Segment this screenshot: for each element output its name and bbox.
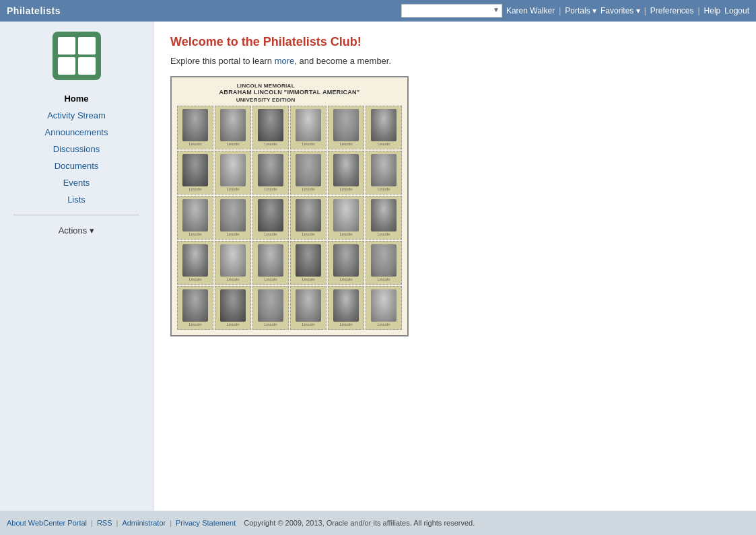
stamp-cell: Lincoln xyxy=(366,196,402,240)
stamp-cell: Lincoln xyxy=(177,286,213,330)
nav-divider xyxy=(13,215,139,215)
stamp-title: ABRAHAM LINCOLN "IMMORTAL AMERICAN" xyxy=(177,89,402,96)
stamp-cell: Lincoln xyxy=(328,196,364,240)
stamp-cell: Lincoln xyxy=(215,196,251,240)
stamp-cell: Lincoln xyxy=(252,241,289,285)
actions-menu[interactable]: Actions ▾ xyxy=(0,222,153,239)
stamp-cell: Lincoln xyxy=(328,151,364,194)
help-link[interactable]: Help xyxy=(704,6,721,15)
stamp-cell: Lincoln xyxy=(177,241,213,285)
stamp-cell: Lincoln xyxy=(177,106,213,149)
stamp-grid: Lincoln Lincoln Lincoln Lincoln Lincoln … xyxy=(177,106,402,330)
stamp-cell: Lincoln xyxy=(328,241,364,285)
stamp-cell: Lincoln xyxy=(328,106,364,149)
actions-chevron-icon: ▾ xyxy=(90,225,94,236)
footer-link-about[interactable]: About WebCenter Portal xyxy=(7,519,87,527)
search-arrow-icon: ▼ xyxy=(493,6,500,13)
sidebar: Home Activity Stream Announcements Discu… xyxy=(0,22,153,511)
stamp-cell: Lincoln xyxy=(366,151,402,194)
favorites-menu[interactable]: Favorites ▾ xyxy=(600,6,640,15)
stamp-header-line1: LINCOLN MEMORIAL xyxy=(177,83,402,89)
stamp-cell: Lincoln xyxy=(290,151,327,194)
search-input[interactable] xyxy=(401,4,502,17)
sidebar-item-announcements[interactable]: Announcements xyxy=(0,124,153,141)
stamp-cell: Lincoln xyxy=(366,286,402,330)
logo-cell xyxy=(58,37,75,55)
main-layout: Home Activity Stream Announcements Discu… xyxy=(0,22,756,511)
preferences-link[interactable]: Preferences xyxy=(650,6,694,15)
stamp-cell: Lincoln xyxy=(215,106,251,149)
stamp-cell: Lincoln xyxy=(177,151,213,194)
stamp-cell: Lincoln xyxy=(177,196,213,240)
stamp-cell: Lincoln xyxy=(215,241,251,285)
logo-icon xyxy=(53,32,101,80)
stamp-cell: Lincoln xyxy=(290,241,327,285)
header-nav-area: ▼ Karen Walker | Portals ▾ Favorites ▾ |… xyxy=(401,4,749,17)
sidebar-item-activity-stream[interactable]: Activity Stream xyxy=(0,107,153,124)
stamp-sheet: LINCOLN MEMORIAL ABRAHAM LINCOLN "IMMORT… xyxy=(170,76,409,336)
portals-menu[interactable]: Portals ▾ xyxy=(565,6,596,15)
user-name-link[interactable]: Karen Walker xyxy=(506,6,555,15)
stamp-header-line2: UNIVERSITY EDITION xyxy=(177,97,402,103)
logo-area xyxy=(0,32,153,80)
stamp-cell: Lincoln xyxy=(252,286,289,330)
footer-link-rss[interactable]: RSS xyxy=(97,519,112,527)
stamp-cell: Lincoln xyxy=(215,151,251,194)
stamp-cell: Lincoln xyxy=(215,286,251,330)
stamp-cell: Lincoln xyxy=(328,286,364,330)
footer: About WebCenter Portal | RSS | Administr… xyxy=(0,511,756,535)
learn-more-link[interactable]: more xyxy=(275,56,295,66)
footer-link-admin[interactable]: Administrator xyxy=(122,519,166,527)
sidebar-item-events[interactable]: Events xyxy=(0,174,153,191)
sidebar-item-discussions[interactable]: Discussions xyxy=(0,141,153,157)
welcome-text: Explore this portal to learn more, and b… xyxy=(170,56,739,66)
sidebar-item-home[interactable]: Home xyxy=(0,90,153,107)
stamp-cell: Lincoln xyxy=(252,151,289,194)
stamp-cell: Lincoln xyxy=(252,196,289,240)
stamp-cell: Lincoln xyxy=(366,241,402,285)
stamp-cell: Lincoln xyxy=(290,286,327,330)
header: Philatelists ▼ Karen Walker | Portals ▾ … xyxy=(0,0,756,22)
stamp-cell: Lincoln xyxy=(366,106,402,149)
stamp-cell: Lincoln xyxy=(290,106,327,149)
stamp-header: LINCOLN MEMORIAL ABRAHAM LINCOLN "IMMORT… xyxy=(177,83,402,103)
app-title: Philatelists xyxy=(7,5,61,16)
actions-label: Actions xyxy=(59,225,88,236)
logo-cell xyxy=(78,37,96,55)
page-title: Welcome to the Philatelists Club! xyxy=(170,35,739,49)
logout-link[interactable]: Logout xyxy=(724,6,749,15)
stamp-cell: Lincoln xyxy=(290,196,327,240)
stamp-cell: Lincoln xyxy=(252,106,289,149)
footer-link-privacy[interactable]: Privacy Statement xyxy=(176,519,236,527)
sidebar-item-lists[interactable]: Lists xyxy=(0,191,153,208)
main-content: Welcome to the Philatelists Club! Explor… xyxy=(153,22,756,511)
logo-cell xyxy=(58,57,75,75)
sidebar-item-documents[interactable]: Documents xyxy=(0,157,153,174)
logo-cell xyxy=(78,57,96,75)
footer-copyright: Copyright © 2009, 2013, Oracle and/or it… xyxy=(244,519,475,527)
